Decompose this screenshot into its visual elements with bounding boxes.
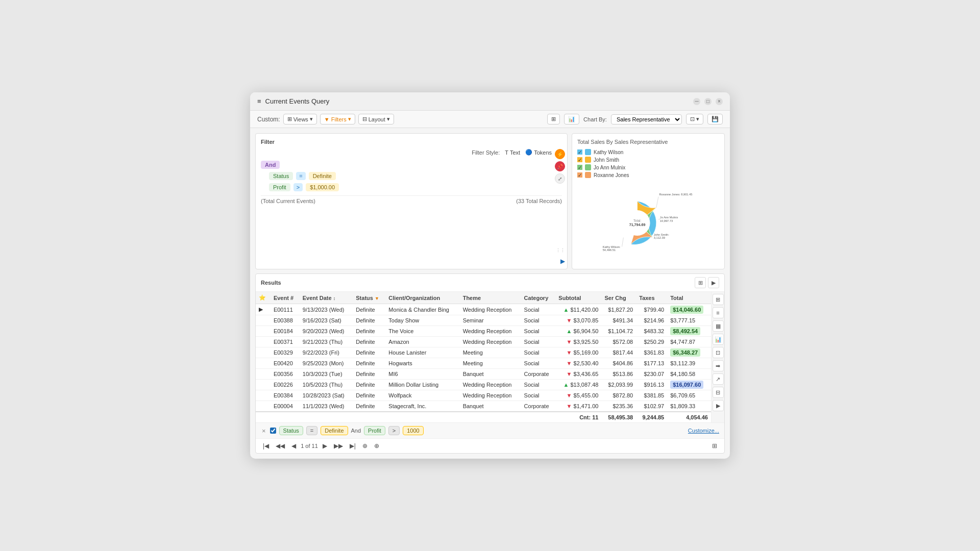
filter-panel: Filter Filter Style: T Text 🔵 Tokens And <box>255 133 568 269</box>
event-serchg: $404.86 <box>601 358 636 369</box>
export-button[interactable]: ⊡ ▾ <box>686 114 703 124</box>
footer-cnt <box>256 412 300 422</box>
col-arrow-btn[interactable]: ➡ <box>713 360 724 371</box>
col-total[interactable]: Total <box>667 292 711 304</box>
trend-down-icon: ▼ <box>567 360 572 366</box>
tokens-icon: 🔵 <box>525 149 532 156</box>
col-date[interactable]: Event Date ↕ <box>300 292 353 304</box>
filter-footer: (Total Current Events) (33 Total Records… <box>261 195 562 206</box>
event-subtotal: ▼ $1,471.00 <box>555 401 601 412</box>
event-theme: Meeting <box>460 347 521 358</box>
results-body: ⭐ Event # Event Date ↕ Status ▼ Client/O… <box>256 292 724 422</box>
col-list-btn[interactable]: ≡ <box>713 307 724 318</box>
clear-filter-btn[interactable]: × <box>261 427 267 435</box>
col-map-btn[interactable]: ⊡ <box>713 347 724 358</box>
col-shrink-btn[interactable]: ⊟ <box>713 387 724 398</box>
event-num: E00111 <box>271 304 300 315</box>
legend-name-0: Kathy Wilson <box>594 149 623 155</box>
grid-selector-btn[interactable]: ⊞ <box>710 441 719 450</box>
col-theme[interactable]: Theme <box>460 292 521 304</box>
event-taxes: $102.97 <box>636 401 667 412</box>
expand-cell[interactable]: ▶ <box>256 304 271 315</box>
col-star[interactable]: ⭐ <box>256 292 271 304</box>
event-date: 9/25/2023 (Mon) <box>300 358 353 369</box>
legend-checkbox-2[interactable]: ✓ <box>577 165 582 170</box>
page-next-btn[interactable]: ▶ <box>321 441 329 450</box>
lightning-icon-button[interactable]: ⚡ <box>555 149 565 159</box>
col-expand-btn[interactable]: ↗ <box>713 373 724 385</box>
trend-down-icon: ▼ <box>567 339 572 345</box>
expand-icon-button[interactable]: ⤢ <box>555 173 565 184</box>
page-prev-btn[interactable]: ◀ <box>289 441 298 450</box>
chart-view-button[interactable]: 📊 <box>564 114 579 124</box>
close-button[interactable]: × <box>716 98 723 105</box>
table-row[interactable]: E00226 10/5/2023 (Thu) Definite Million … <box>256 380 711 390</box>
col-chart-btn[interactable]: 📊 <box>713 334 724 345</box>
status-op: = <box>296 172 305 180</box>
maximize-button[interactable]: □ <box>704 98 712 105</box>
pin-icon-button[interactable]: 📌 <box>555 161 565 171</box>
results-arrow-icon[interactable]: ▶ <box>708 277 719 288</box>
event-taxes: $361.83 <box>636 347 667 358</box>
title-bar-controls[interactable]: ─ □ × <box>693 98 723 105</box>
grid-view-button[interactable]: ⊞ <box>547 114 560 124</box>
event-serchg: $1,827.20 <box>601 304 636 315</box>
trend-down-icon: ▼ <box>567 392 572 398</box>
filters-button[interactable]: ▼ Filters ▾ <box>320 114 355 124</box>
col-taxes[interactable]: Taxes <box>636 292 667 304</box>
page-first-btn[interactable]: |◀ <box>261 441 271 450</box>
col-event[interactable]: Event # <box>271 292 300 304</box>
text-option[interactable]: T Text <box>505 149 520 156</box>
results-grid-icon[interactable]: ⊞ <box>695 277 706 288</box>
col-form-btn[interactable]: ▦ <box>713 320 724 332</box>
event-client: The Voice <box>385 326 459 337</box>
status-tag-value: 1000 <box>403 426 423 435</box>
views-button[interactable]: ⊞ Views ▾ <box>283 114 317 124</box>
event-subtotal: ▼ $3,070.85 <box>555 315 601 326</box>
filter-checkbox[interactable] <box>270 428 276 434</box>
chart-by-select[interactable]: Sales Representative <box>611 114 682 124</box>
col-client[interactable]: Client/Organization <box>385 292 459 304</box>
table-row[interactable]: E00356 10/3/2023 (Tue) Definite MI6 Banq… <box>256 369 711 380</box>
tokens-option[interactable]: 🔵 Tokens <box>525 149 552 156</box>
page-add-btn[interactable]: ⊕ <box>372 441 381 450</box>
legend-checkbox-1[interactable]: ✓ <box>577 157 582 162</box>
event-taxes: $381.85 <box>636 390 667 401</box>
table-row[interactable]: E00004 11/1/2023 (Wed) Definite Stagecra… <box>256 401 711 412</box>
event-date: 11/1/2023 (Wed) <box>300 401 353 412</box>
table-row[interactable]: E00420 9/25/2023 (Mon) Definite Hogwarts… <box>256 358 711 369</box>
col-status[interactable]: Status ▼ <box>353 292 385 304</box>
page-last-btn[interactable]: ▶| <box>348 441 358 450</box>
table-row[interactable]: E00384 10/28/2023 (Sat) Definite Wolfpac… <box>256 390 711 401</box>
page-refresh-btn[interactable]: ⊕ <box>360 441 370 450</box>
status-tag-eq: = <box>306 426 317 435</box>
col-subtotal[interactable]: Subtotal <box>555 292 601 304</box>
table-row[interactable]: E00329 9/22/2023 (Fri) Definite House La… <box>256 347 711 358</box>
save-button[interactable]: 💾 <box>707 114 723 124</box>
results-footer-row: Cnt: 11 58,495.38 9,244.85 4,054.46 <box>256 412 711 422</box>
col-serchg[interactable]: Ser Chg <box>601 292 636 304</box>
col-category[interactable]: Category <box>521 292 556 304</box>
event-num: E00004 <box>271 401 300 412</box>
col-grid-btn[interactable]: ⊞ <box>713 294 724 305</box>
total-cell: $1,809.33 <box>667 401 711 412</box>
legend-name-1: John Smith <box>594 157 619 163</box>
table-row[interactable]: ▶ E00111 9/13/2023 (Wed) Definite Monica… <box>256 304 711 315</box>
table-row[interactable]: E00184 9/20/2023 (Wed) Definite The Voic… <box>256 326 711 337</box>
drag-handle[interactable]: ⋮⋮ <box>556 246 565 254</box>
layout-button[interactable]: ⊟ Layout ▾ <box>358 114 394 124</box>
chart-title: Total Sales By Sales Representative <box>577 139 719 145</box>
legend-checkbox-0[interactable]: ✓ <box>577 149 582 155</box>
page-next-group-btn[interactable]: ▶▶ <box>332 441 345 450</box>
event-taxes: $177.13 <box>636 358 667 369</box>
table-row[interactable]: E00388 9/16/2023 (Sat) Definite Today Sh… <box>256 315 711 326</box>
minimize-button[interactable]: ─ <box>693 98 700 105</box>
customize-button[interactable]: Customize... <box>688 428 719 434</box>
page-prev-group-btn[interactable]: ◀◀ <box>274 441 287 450</box>
table-row[interactable]: E00371 9/21/2023 (Thu) Definite Amazon W… <box>256 337 711 347</box>
event-taxes: $483.32 <box>636 326 667 337</box>
legend-checkbox-3[interactable]: ✓ <box>577 172 582 178</box>
col-more-btn[interactable]: ▶ <box>713 400 724 411</box>
text-icon: T <box>505 149 508 156</box>
add-filter-btn[interactable]: ▶ <box>560 258 565 265</box>
